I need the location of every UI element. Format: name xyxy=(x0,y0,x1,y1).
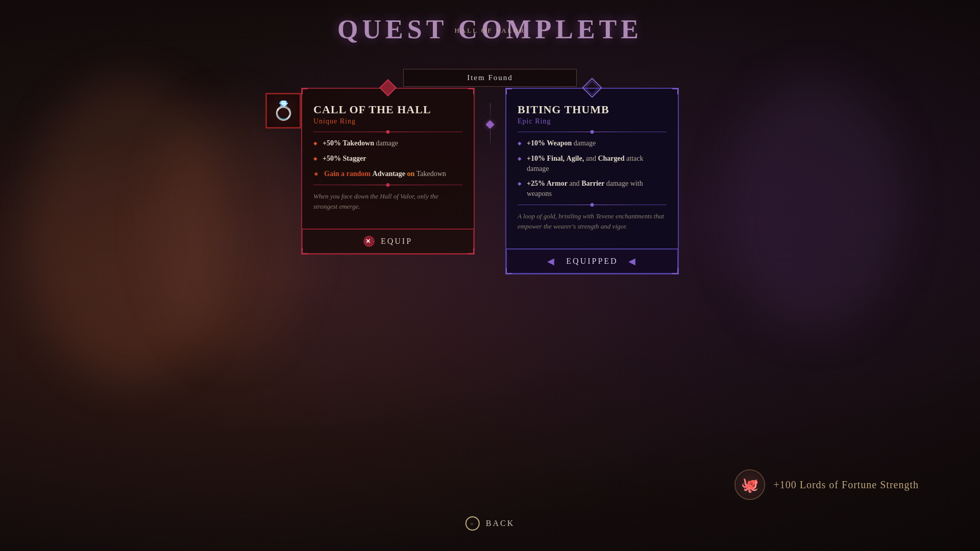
right-stat-text-1: +10% Weapon damage xyxy=(527,138,596,148)
right-panel-item-name: BITING THUMB xyxy=(518,103,667,116)
corner-br-p xyxy=(672,268,678,274)
right-stat-diamond-3: ◆ xyxy=(518,180,522,187)
left-stats-list: ◆ +50% Takedown damage ◆ +50% Stagger xyxy=(313,138,462,179)
connector-diamond xyxy=(486,120,495,129)
corner-bl-p xyxy=(506,268,512,274)
right-stat-bold-1a: +10% Weapon xyxy=(527,139,572,147)
stat-star-3: ★ xyxy=(313,170,319,179)
connector-line-bottom xyxy=(490,131,491,146)
item-found-bar: Item Found xyxy=(403,69,577,87)
left-panel-content: CALL OF THE HALL Unique Ring ◆ +50% Take… xyxy=(302,89,474,224)
left-lore-text: When you face down the Hall of Valor, on… xyxy=(313,191,462,211)
right-stat-diamond-2: ◆ xyxy=(518,155,522,162)
right-panel-item-type: Epic Ring xyxy=(518,117,667,126)
stat-orange-3a: on xyxy=(407,170,415,178)
equipped-button[interactable]: ◀ EQUIPPED ◀ xyxy=(506,248,678,273)
right-stat-bold-2a: +10% Final, xyxy=(527,155,565,162)
item-found-label: Item Found xyxy=(467,73,513,82)
right-stat-diamond-1: ◆ xyxy=(518,140,522,147)
right-stat-bold-2b: Agile, xyxy=(567,155,584,162)
stat-text-3: Gain a random Advantage on Takedown xyxy=(324,169,446,179)
stat-bold-1a: +50% Takedown xyxy=(323,139,374,147)
right-lore-text: A loop of gold, bristling with Tevene en… xyxy=(518,211,667,231)
hall-of-valor-label: HALL OF VALOR xyxy=(454,27,525,35)
stat-bold-3a: Advantage xyxy=(373,170,406,178)
corner-tl xyxy=(302,88,308,94)
panels-row: 💍 CALL OF THE HALL Unique Ring ◆ +50% Ta… xyxy=(301,88,679,274)
corner-tr xyxy=(468,88,474,94)
stat-item-2: ◆ +50% Stagger xyxy=(313,154,462,164)
corner-tl-p xyxy=(506,88,512,94)
right-stat-normal-1a: damage xyxy=(574,139,596,147)
stat-item-1: ◆ +50% Takedown damage xyxy=(313,138,462,148)
stat-item-3: ★ Gain a random Advantage on Takedown xyxy=(313,169,462,179)
corner-br xyxy=(468,248,474,254)
equip-button[interactable]: ✕ EQUIP xyxy=(302,229,474,254)
nav-arrow-right[interactable]: ◀ xyxy=(628,256,637,267)
ui-container: L2 RING 1 RING 2 R2 QUEST COMPLETE HALL … xyxy=(0,0,980,551)
stat-highlight-3a: Gain a random xyxy=(324,170,371,178)
panel-connector xyxy=(475,88,505,146)
stat-diamond-1: ◆ xyxy=(313,140,317,147)
right-stat-bold-3b: Barrier xyxy=(581,180,604,187)
left-divider-1 xyxy=(313,132,462,132)
right-stat-item-2: ◆ +10% Final, Agile, and Charged attack … xyxy=(518,154,667,173)
right-stat-normal-3a: and xyxy=(569,180,579,187)
right-stats-list: ◆ +10% Weapon damage ◆ +10% Final, Agile… xyxy=(518,138,667,198)
right-divider-1 xyxy=(518,132,667,132)
item-icon-glyph: 💍 xyxy=(272,100,295,121)
equip-icon-glyph: ✕ xyxy=(365,238,372,245)
right-stat-text-3: +25% Armor and Barrier damage with weapo… xyxy=(527,179,667,198)
right-stat-normal-2a: and xyxy=(586,155,596,162)
right-panel: BITING THUMB Epic Ring ◆ +10% Weapon dam… xyxy=(505,88,679,274)
right-stat-text-2: +10% Final, Agile, and Charged attack da… xyxy=(527,154,667,173)
connector-line-top xyxy=(490,103,491,118)
stat-text-2: +50% Stagger xyxy=(323,154,366,164)
stat-normal-1a: damage xyxy=(376,139,398,147)
corner-bl xyxy=(302,248,308,254)
item-icon: 💍 xyxy=(265,93,301,129)
left-panel-item-type: Unique Ring xyxy=(313,117,462,126)
right-stat-item-1: ◆ +10% Weapon damage xyxy=(518,138,667,148)
stat-normal-3a: Takedown xyxy=(416,170,446,178)
equipped-button-label: EQUIPPED xyxy=(566,257,618,266)
left-panel: CALL OF THE HALL Unique Ring ◆ +50% Take… xyxy=(301,88,475,255)
equip-button-label: EQUIP xyxy=(381,237,412,246)
right-stat-item-3: ◆ +25% Armor and Barrier damage with wea… xyxy=(518,179,667,198)
stat-bold-2a: +50% Stagger xyxy=(323,155,366,162)
corner-tr-p xyxy=(672,88,678,94)
right-stat-bold-3a: +25% Armor xyxy=(527,180,568,187)
right-stat-bold-2c: Charged xyxy=(598,155,624,162)
left-panel-item-name: CALL OF THE HALL xyxy=(313,103,462,116)
stat-diamond-2: ◆ xyxy=(313,155,317,162)
stat-text-1: +50% Takedown damage xyxy=(323,138,398,148)
right-divider-2 xyxy=(518,205,667,205)
equip-button-icon: ✕ xyxy=(363,236,375,247)
nav-arrow-left[interactable]: ◀ xyxy=(547,256,556,267)
left-divider-2 xyxy=(313,185,462,185)
right-panel-content: BITING THUMB Epic Ring ◆ +10% Weapon dam… xyxy=(506,89,678,244)
